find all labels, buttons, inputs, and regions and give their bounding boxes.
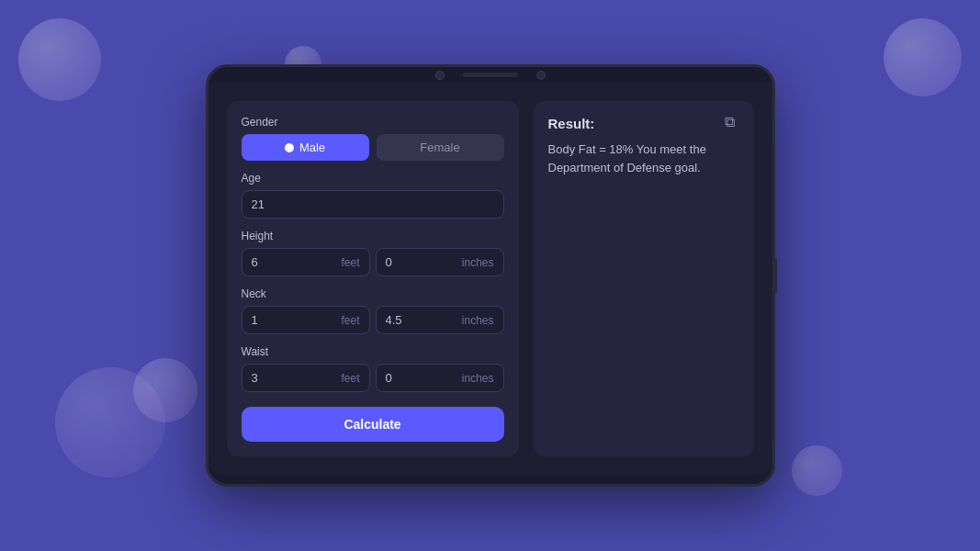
tablet-device: Gender Male Female Age Height xyxy=(206,64,775,487)
female-button[interactable]: Female xyxy=(377,134,504,161)
height-row: feet inches xyxy=(242,248,504,276)
neck-inches-unit: inches xyxy=(462,314,494,327)
height-feet-input[interactable] xyxy=(252,255,338,269)
neck-field: Neck feet inches xyxy=(242,287,504,334)
neck-feet-wrap: feet xyxy=(242,306,370,334)
gender-label: Gender xyxy=(242,116,504,129)
height-label: Height xyxy=(242,230,504,242)
tablet-camera-left xyxy=(435,71,445,80)
male-button[interactable]: Male xyxy=(242,134,369,161)
bubble-decoration xyxy=(18,18,101,101)
waist-inches-wrap: inches xyxy=(376,364,504,392)
neck-row: feet inches xyxy=(242,306,504,334)
height-inches-wrap: inches xyxy=(376,248,504,276)
bubble-decoration xyxy=(792,445,842,496)
tablet-top-bar xyxy=(208,67,772,83)
tablet-content: Gender Male Female Age Height xyxy=(208,83,772,475)
tablet-speaker xyxy=(463,73,518,77)
age-label: Age xyxy=(242,172,504,185)
tablet-side-button xyxy=(772,257,777,294)
female-label: Female xyxy=(420,141,459,154)
waist-feet-wrap: feet xyxy=(242,364,370,392)
male-label: Male xyxy=(299,141,325,154)
gender-toggle: Male Female xyxy=(242,134,504,161)
bubble-decoration xyxy=(133,358,197,422)
waist-inches-unit: inches xyxy=(462,372,494,385)
age-input[interactable] xyxy=(242,190,504,219)
height-inches-input[interactable] xyxy=(386,255,458,269)
copy-icon[interactable]: ⧉ xyxy=(725,114,741,130)
form-panel: Gender Male Female Age Height xyxy=(227,101,519,456)
age-field: Age xyxy=(242,172,504,219)
height-field: Height feet inches xyxy=(242,230,504,276)
waist-label: Waist xyxy=(242,345,504,358)
height-inches-unit: inches xyxy=(462,256,494,269)
waist-row: feet inches xyxy=(242,364,504,392)
male-radio-dot xyxy=(285,143,294,152)
waist-inches-input[interactable] xyxy=(386,371,458,385)
neck-feet-input[interactable] xyxy=(252,313,338,327)
gender-field: Gender Male Female xyxy=(242,116,504,161)
waist-feet-unit: feet xyxy=(341,372,359,385)
height-feet-wrap: feet xyxy=(242,248,370,276)
neck-label: Neck xyxy=(242,287,504,300)
calculate-button[interactable]: Calculate xyxy=(242,407,504,442)
neck-inches-input[interactable] xyxy=(386,313,458,327)
result-title: Result: xyxy=(548,116,739,131)
result-text: Body Fat = 18% You meet the Department o… xyxy=(548,141,739,176)
bubble-decoration xyxy=(884,18,962,96)
tablet-camera-right xyxy=(536,71,546,80)
result-panel: Result: Body Fat = 18% You meet the Depa… xyxy=(534,101,754,456)
neck-inches-wrap: inches xyxy=(376,306,504,334)
neck-feet-unit: feet xyxy=(341,314,359,327)
waist-field: Waist feet inches xyxy=(242,345,504,392)
waist-feet-input[interactable] xyxy=(252,371,338,385)
height-feet-unit: feet xyxy=(341,256,359,269)
